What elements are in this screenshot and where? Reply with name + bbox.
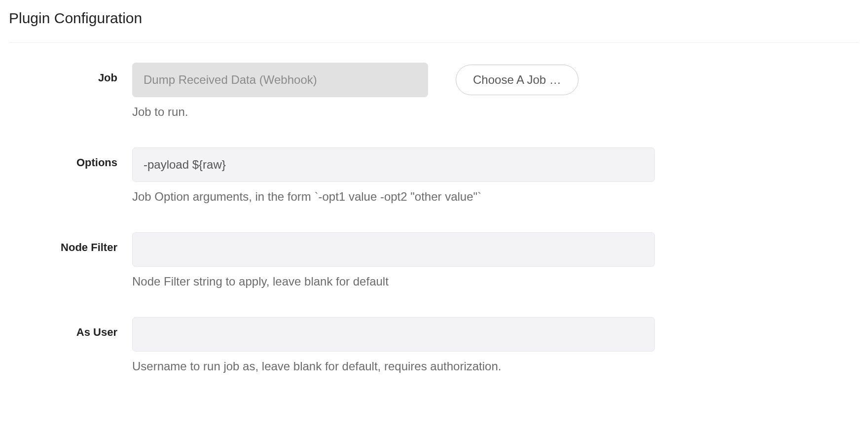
page-title: Plugin Configuration [9, 10, 859, 43]
job-field: Dump Received Data (Webhook) [132, 63, 428, 97]
node-filter-label: Node Filter [9, 232, 132, 254]
options-row: Options Job Option arguments, in the for… [9, 147, 859, 204]
node-filter-row: Node Filter Node Filter string to apply,… [9, 232, 859, 288]
job-help: Job to run. [132, 105, 793, 119]
job-row: Job Dump Received Data (Webhook) Choose … [9, 63, 859, 119]
as-user-help: Username to run job as, leave blank for … [132, 359, 793, 373]
node-filter-field[interactable] [132, 232, 655, 267]
node-filter-help: Node Filter string to apply, leave blank… [132, 275, 793, 288]
choose-job-button[interactable]: Choose A Job … [456, 65, 579, 95]
options-label: Options [9, 147, 132, 169]
as-user-label: As User [9, 317, 132, 339]
as-user-field[interactable] [132, 317, 655, 352]
options-field[interactable] [132, 147, 655, 182]
job-label: Job [9, 63, 132, 84]
as-user-row: As User Username to run job as, leave bl… [9, 317, 859, 373]
options-help: Job Option arguments, in the form `-opt1… [132, 190, 793, 204]
